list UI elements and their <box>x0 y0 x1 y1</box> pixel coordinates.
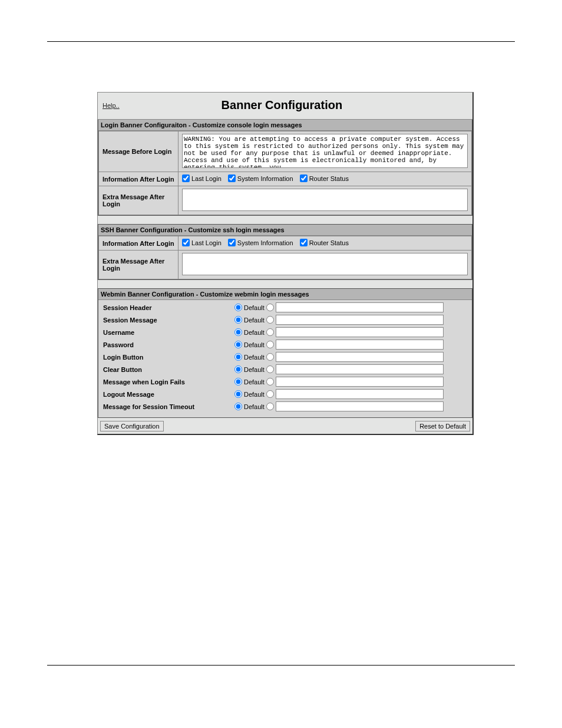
login-sysinfo-checkbox[interactable] <box>228 174 236 182</box>
extra-msg-after-login-textarea[interactable] <box>182 189 468 211</box>
webmin-custom-input[interactable] <box>276 352 444 362</box>
login-last-login-checkbox[interactable] <box>182 174 190 182</box>
webmin-row: Login ButtonDefault <box>103 351 467 363</box>
webmin-row-label: Message for Session Timeout <box>103 403 233 410</box>
webmin-row: Message when Login FailsDefault <box>103 375 467 388</box>
webmin-custom-input[interactable] <box>276 401 444 411</box>
webmin-row: PasswordDefault <box>103 338 467 351</box>
save-button[interactable]: Save Configuration <box>100 421 164 431</box>
webmin-row-label: Clear Button <box>103 366 233 373</box>
webmin-custom-input[interactable] <box>276 302 444 312</box>
webmin-default-label: Default <box>244 354 265 361</box>
webmin-row-radios: Default <box>233 315 444 325</box>
webmin-row-radios: Default <box>233 377 444 387</box>
webmin-custom-radio[interactable] <box>266 365 274 373</box>
webmin-custom-input[interactable] <box>276 377 444 387</box>
webmin-custom-radio[interactable] <box>266 328 274 336</box>
button-row: Save Configuration Reset to Default <box>98 418 472 434</box>
info-after-login-label: Information After Login <box>99 172 178 186</box>
ssh-last-login-checkbox[interactable] <box>182 239 190 246</box>
page-title: Banner Configuration <box>120 98 444 112</box>
webmin-custom-radio[interactable] <box>266 378 274 386</box>
webmin-row-label: Password <box>103 341 233 348</box>
webmin-banner-section: Webmin Banner Configuration - Customize … <box>98 288 472 418</box>
webmin-default-radio[interactable] <box>234 353 242 361</box>
webmin-row-radios: Default <box>233 401 444 411</box>
webmin-default-label: Default <box>244 304 265 311</box>
ssh-last-login-text: Last Login <box>191 239 222 246</box>
ssh-router-checkbox[interactable] <box>300 239 308 246</box>
msg-before-login-label: Message Before Login <box>99 131 178 172</box>
webmin-row: Clear ButtonDefault <box>103 363 467 375</box>
webmin-default-radio[interactable] <box>234 378 242 386</box>
login-sysinfo-text: System Information <box>237 175 293 182</box>
ssh-info-after-login-label: Information After Login <box>99 236 178 251</box>
webmin-default-label: Default <box>244 391 265 398</box>
webmin-row-radios: Default <box>233 364 444 374</box>
webmin-row-label: Logout Message <box>103 391 233 398</box>
webmin-row-label: Username <box>103 329 233 336</box>
ssh-sysinfo-checkbox[interactable] <box>228 239 236 246</box>
webmin-custom-input[interactable] <box>276 315 444 325</box>
ssh-extra-msg-textarea[interactable] <box>182 253 468 275</box>
webmin-section-heading: Webmin Banner Configuration - Customize … <box>98 289 472 300</box>
login-router-text: Router Status <box>309 175 349 182</box>
webmin-row-radios: Default <box>233 389 444 399</box>
extra-msg-after-login-label: Extra Message After Login <box>99 186 178 215</box>
webmin-custom-radio[interactable] <box>266 353 274 361</box>
webmin-row-label: Session Message <box>103 317 233 324</box>
webmin-custom-radio[interactable] <box>266 390 274 398</box>
login-last-login-text: Last Login <box>191 175 222 182</box>
webmin-default-label: Default <box>244 329 265 336</box>
webmin-row-label: Session Header <box>103 304 233 311</box>
webmin-default-radio[interactable] <box>234 328 242 336</box>
webmin-custom-input[interactable] <box>276 340 444 350</box>
webmin-row-radios: Default <box>233 352 444 362</box>
ssh-sysinfo-text: System Information <box>237 239 293 246</box>
webmin-default-radio[interactable] <box>234 341 242 348</box>
webmin-custom-input[interactable] <box>276 327 444 337</box>
webmin-default-label: Default <box>244 366 265 373</box>
webmin-row-label: Login Button <box>103 354 233 361</box>
form-header: Help.. Banner Configuration <box>98 93 472 120</box>
login-banner-section: Login Banner Configuraiton - Customize c… <box>98 120 472 216</box>
webmin-row-radios: Default <box>233 340 444 350</box>
ssh-section-heading: SSH Banner Configuration - Customize ssh… <box>98 225 472 236</box>
banner-config-form: Help.. Banner Configuration Login Banner… <box>97 92 474 435</box>
login-router-checkbox[interactable] <box>300 174 308 182</box>
msg-before-login-textarea[interactable] <box>182 134 468 168</box>
ssh-banner-section: SSH Banner Configuration - Customize ssh… <box>98 224 472 280</box>
webmin-row: Session HeaderDefault <box>103 301 467 314</box>
webmin-default-label: Default <box>244 403 265 410</box>
reset-button[interactable]: Reset to Default <box>415 421 470 431</box>
webmin-custom-input[interactable] <box>276 364 444 374</box>
webmin-default-radio[interactable] <box>234 390 242 398</box>
help-link[interactable]: Help.. <box>103 102 120 109</box>
webmin-default-label: Default <box>244 341 265 348</box>
webmin-default-label: Default <box>244 378 265 386</box>
webmin-row-radios: Default <box>233 327 444 337</box>
webmin-row: Session MessageDefault <box>103 314 467 326</box>
webmin-custom-radio[interactable] <box>266 341 274 348</box>
webmin-default-label: Default <box>244 317 265 324</box>
webmin-custom-radio[interactable] <box>266 316 274 324</box>
webmin-custom-radio[interactable] <box>266 304 274 311</box>
webmin-row-label: Message when Login Fails <box>103 378 233 386</box>
webmin-default-radio[interactable] <box>234 365 242 373</box>
ssh-extra-msg-label: Extra Message After Login <box>99 251 178 279</box>
webmin-default-radio[interactable] <box>234 304 242 311</box>
webmin-default-radio[interactable] <box>234 316 242 324</box>
webmin-custom-input[interactable] <box>276 389 444 399</box>
login-section-heading: Login Banner Configuraiton - Customize c… <box>98 120 472 131</box>
webmin-row: Message for Session TimeoutDefault <box>103 400 467 413</box>
webmin-row-radios: Default <box>233 302 444 312</box>
webmin-row: UsernameDefault <box>103 326 467 338</box>
webmin-row: Logout MessageDefault <box>103 388 467 400</box>
webmin-custom-radio[interactable] <box>266 403 274 410</box>
webmin-default-radio[interactable] <box>234 403 242 410</box>
ssh-router-text: Router Status <box>309 239 349 246</box>
